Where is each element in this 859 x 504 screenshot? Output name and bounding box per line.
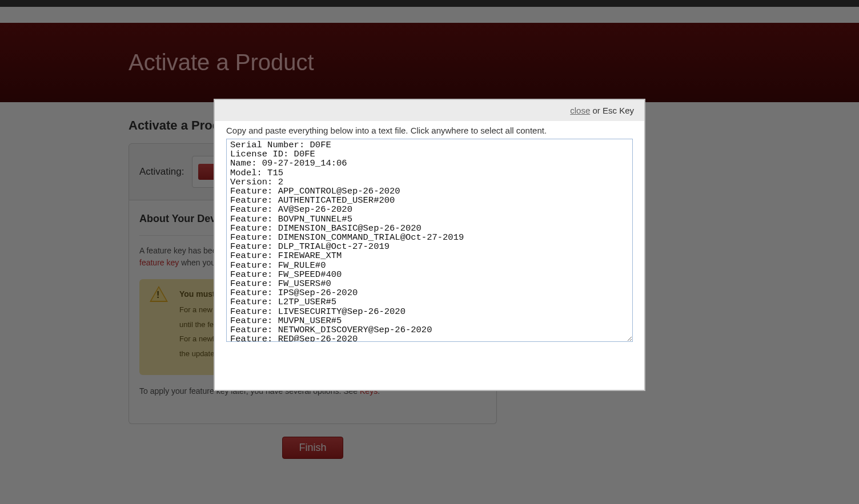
modal-header: close or Esc Key bbox=[215, 100, 644, 121]
modal-esc-hint: or Esc Key bbox=[590, 106, 634, 115]
modal-close-link[interactable]: close bbox=[570, 106, 590, 115]
modal-body: Copy and paste everything below into a t… bbox=[215, 121, 644, 390]
feature-key-modal: close or Esc Key Copy and paste everythi… bbox=[215, 100, 644, 390]
feature-key-textarea[interactable] bbox=[226, 139, 633, 342]
modal-instruction: Copy and paste everything below into a t… bbox=[226, 126, 633, 135]
modal-overlay[interactable]: close or Esc Key Copy and paste everythi… bbox=[0, 0, 859, 504]
